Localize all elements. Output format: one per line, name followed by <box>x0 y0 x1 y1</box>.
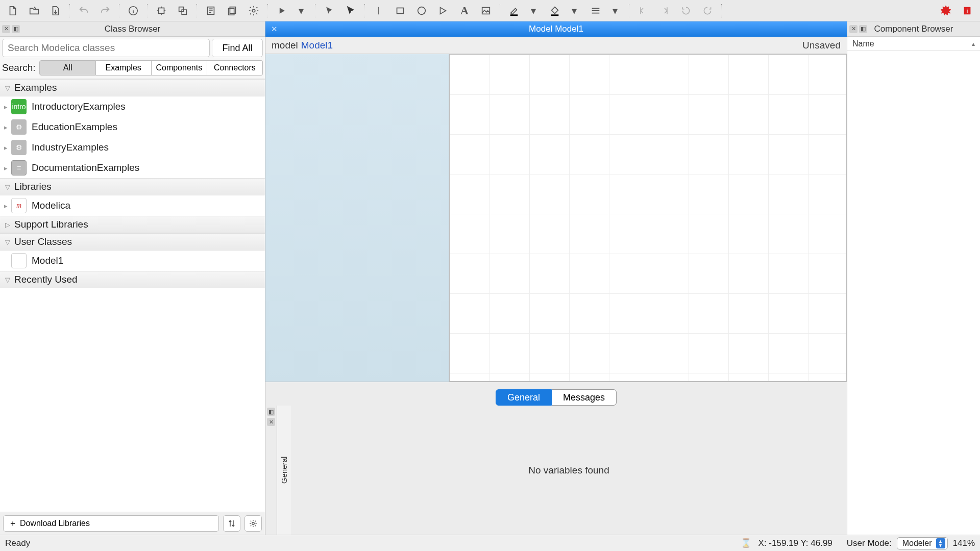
line-color-dropdown-icon[interactable]: ▾ <box>524 2 543 19</box>
close-panel-icon[interactable]: ✕ <box>849 25 857 33</box>
toolbar-separator <box>629 4 629 17</box>
tree-item-industry[interactable]: ▸⚙IndustryExamples <box>0 137 265 158</box>
cursor-icon[interactable] <box>320 2 339 19</box>
disclosure-icon: ▸ <box>4 164 11 172</box>
sort-button[interactable] <box>223 515 240 532</box>
toolbar-separator <box>721 4 722 17</box>
svg-rect-10 <box>482 7 490 14</box>
svg-rect-12 <box>551 14 559 16</box>
text-tool-icon[interactable]: A <box>455 2 474 19</box>
package-icon: ≡ <box>11 160 27 176</box>
open-file-icon[interactable] <box>24 2 44 19</box>
save-icon[interactable] <box>46 2 65 19</box>
editor-area: ✕ Model Model1 model Model1 Unsaved Gene… <box>265 21 847 535</box>
line-style-icon[interactable] <box>586 2 605 19</box>
section-user[interactable]: ▽User Classes <box>0 233 265 251</box>
filter-connectors-button[interactable]: Connectors <box>207 60 263 76</box>
copy-doc-icon[interactable] <box>223 2 242 19</box>
line-color-icon[interactable] <box>504 2 524 19</box>
tree-item-documentation[interactable]: ▸≡DocumentationExamples <box>0 158 265 178</box>
settings-gear-icon[interactable] <box>244 2 263 19</box>
stepper-arrows-icon: ▲▼ <box>936 538 945 548</box>
toolbar-separator <box>500 4 500 17</box>
filter-components-button[interactable]: Components <box>152 60 207 76</box>
model-header-row: model Model1 Unsaved <box>265 37 847 54</box>
close-tab-icon[interactable]: ✕ <box>267 22 281 36</box>
panel-expand-icon[interactable]: ◧ <box>267 408 275 416</box>
filter-all-button[interactable]: All <box>39 60 95 76</box>
cursor2-icon[interactable] <box>341 2 360 19</box>
image-tool-icon[interactable] <box>476 2 496 19</box>
align-left-icon[interactable] <box>633 2 653 19</box>
fill-color-dropdown-icon[interactable]: ▾ <box>565 2 584 19</box>
new-file-icon[interactable] <box>3 2 22 19</box>
ellipse-tool-icon[interactable] <box>412 2 431 19</box>
detach-panel-icon[interactable]: ◧ <box>859 25 867 33</box>
tree-item-model1[interactable]: Model1 <box>0 251 265 271</box>
main-toolbar: ▾ A ▾ ▾ ▾ i <box>0 0 980 21</box>
model-name[interactable]: Model1 <box>301 40 333 51</box>
component-list <box>847 51 980 535</box>
chevron-right-icon: ▷ <box>5 221 10 229</box>
download-libraries-button[interactable]: ＋Download Libraries <box>3 515 219 532</box>
svg-text:i: i <box>967 8 968 13</box>
canvas-gutter <box>265 54 449 382</box>
panel-close-icon[interactable]: ✕ <box>267 418 275 426</box>
disclosure-icon: ▸ <box>4 123 11 131</box>
toolbar-separator <box>69 4 70 17</box>
svg-rect-3 <box>182 10 186 14</box>
toolbar-separator <box>119 4 119 17</box>
rotate-ccw-icon[interactable] <box>676 2 696 19</box>
section-examples[interactable]: ▽Examples <box>0 79 265 96</box>
toolbar-separator <box>267 4 268 17</box>
vertical-tab-general[interactable]: General <box>277 406 291 535</box>
rotate-cw-icon[interactable] <box>698 2 717 19</box>
align-right-icon[interactable] <box>655 2 674 19</box>
disclosure-icon: ▸ <box>4 103 11 111</box>
info-icon[interactable] <box>124 2 143 19</box>
plus-icon: ＋ <box>9 518 17 529</box>
tab-general[interactable]: General <box>496 389 552 406</box>
redo-icon[interactable] <box>95 2 115 19</box>
package-icon: intro <box>11 99 27 114</box>
name-column-header[interactable]: Name ▴ <box>847 37 980 51</box>
variables-panel: General Messages ◧ ✕ General No variable… <box>265 382 847 535</box>
section-recent[interactable]: ▽Recently Used <box>0 271 265 288</box>
rect-tool-icon[interactable] <box>390 2 410 19</box>
tree-settings-button[interactable] <box>244 515 262 532</box>
duplicate-icon[interactable] <box>173 2 192 19</box>
undo-icon[interactable] <box>74 2 93 19</box>
filter-examples-button[interactable]: Examples <box>96 60 152 76</box>
svg-rect-2 <box>179 7 184 11</box>
user-mode-select[interactable]: Modeler ▲▼ <box>897 537 948 549</box>
help-book-icon[interactable]: i <box>958 2 977 19</box>
close-panel-icon[interactable]: ✕ <box>2 25 10 33</box>
section-libraries[interactable]: ▽Libraries <box>0 178 265 195</box>
text-view-icon[interactable] <box>201 2 220 19</box>
component-icon[interactable] <box>152 2 171 19</box>
section-support[interactable]: ▷Support Libraries <box>0 216 265 233</box>
cursor-coordinates: X: -159.19 Y: 46.99 <box>758 538 832 548</box>
play-dropdown-icon[interactable]: ▾ <box>291 2 311 19</box>
polygon-tool-icon[interactable] <box>433 2 453 19</box>
line-tool-icon[interactable] <box>369 2 388 19</box>
fill-color-icon[interactable] <box>545 2 565 19</box>
tree-item-introductory[interactable]: ▸introIntroductoryExamples <box>0 96 265 117</box>
svg-rect-8 <box>397 8 404 13</box>
tree-item-education[interactable]: ▸⚙EducationExamples <box>0 117 265 137</box>
tab-messages[interactable]: Messages <box>552 389 617 406</box>
line-style-dropdown-icon[interactable]: ▾ <box>605 2 625 19</box>
model-keyword: model <box>272 40 298 51</box>
wolfram-icon[interactable] <box>936 2 955 19</box>
toolbar-separator <box>364 4 365 17</box>
detach-panel-icon[interactable]: ◧ <box>12 25 20 33</box>
tree-item-modelica[interactable]: ▸mModelica <box>0 195 265 216</box>
package-icon: ⚙ <box>11 119 27 135</box>
find-all-button[interactable]: Find All <box>212 39 263 57</box>
diagram-canvas[interactable] <box>449 54 847 382</box>
svg-rect-11 <box>510 14 518 16</box>
disclosure-icon: ▸ <box>4 202 11 210</box>
search-input[interactable] <box>2 39 210 57</box>
play-icon[interactable] <box>272 2 291 19</box>
svg-point-15 <box>252 522 255 525</box>
